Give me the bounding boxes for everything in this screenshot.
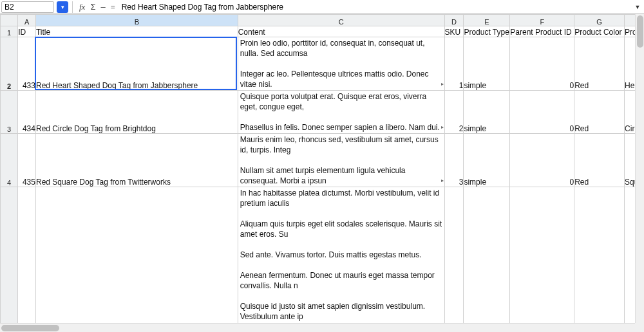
column-header-G[interactable]: G — [574, 15, 625, 26]
cell-reference-value: B2 — [5, 3, 14, 12]
cell-D2[interactable]: 1 — [444, 37, 464, 91]
vertical-scrollbar[interactable] — [635, 14, 644, 323]
function-wizard-button[interactable]: fx — [77, 2, 88, 12]
cell-E3[interactable]: simple — [464, 91, 510, 134]
separator — [72, 1, 73, 13]
overflow-indicator-icon: ▸ — [441, 176, 444, 186]
spreadsheet-grid[interactable]: ABCDEFG1IDTitleContentSKUProduct TypePar… — [0, 14, 644, 323]
cell-C2[interactable]: Proin leo odio, porttitor id, consequat … — [238, 37, 444, 91]
cell-A4[interactable]: 435 — [18, 134, 36, 187]
cell-A2[interactable]: 433 — [18, 37, 36, 91]
scrollbar-corner — [635, 323, 644, 332]
cell-E5[interactable]: simple — [464, 187, 510, 324]
overflow-indicator-icon: ▸ — [441, 79, 444, 89]
cell-A1[interactable]: ID — [18, 26, 36, 37]
cell-D5[interactable]: 4 — [444, 187, 464, 324]
formula-input[interactable]: Red Heart Shaped Dog Tag from Jabbersphe… — [118, 3, 632, 12]
column-header-B[interactable]: B — [35, 15, 238, 26]
select-all-corner[interactable] — [1, 15, 18, 26]
cell-E4[interactable]: simple — [464, 134, 510, 187]
column-header-F[interactable]: F — [510, 15, 574, 26]
cell-A3[interactable]: 434 — [18, 91, 36, 134]
row-header-4[interactable]: 4 — [1, 134, 18, 187]
cell-G2[interactable]: Red — [574, 37, 625, 91]
cell-C4[interactable]: Mauris enim leo, rhoncus sed, vestibulum… — [238, 134, 444, 187]
horizontal-scrollbar[interactable] — [0, 323, 635, 332]
row-header-1[interactable]: 1 — [1, 26, 18, 37]
cell-B2[interactable]: Red Heart Shaped Dog Tag from Jabbersphe… — [35, 37, 238, 91]
column-header-E[interactable]: E — [464, 15, 510, 26]
cell-A5[interactable]: 436 — [18, 187, 36, 324]
cell-E1[interactable]: Product Type — [464, 26, 510, 37]
horizontal-scrollbar-thumb[interactable] — [1, 325, 59, 331]
row-header-5[interactable]: 5 — [1, 187, 18, 324]
sum-button[interactable]: Σ — [88, 2, 98, 12]
cell-B3[interactable]: Red Circle Dog Tag from Brightdog — [35, 91, 238, 134]
cell-F4[interactable]: 0 — [510, 134, 574, 187]
dash-button[interactable]: – — [98, 2, 108, 12]
cell-G5[interactable]: Red — [574, 187, 625, 324]
cell-reference-dropdown[interactable]: ▾ — [57, 1, 68, 13]
row-header-2[interactable]: 2 — [1, 37, 18, 91]
overflow-indicator-icon: ▸ — [441, 122, 444, 133]
cell-F1[interactable]: Parent Product ID — [510, 26, 574, 37]
cell-F2[interactable]: 0 — [510, 37, 574, 91]
cell-G3[interactable]: Red — [574, 91, 625, 134]
vertical-scrollbar-thumb[interactable] — [637, 15, 643, 48]
cell-C3[interactable]: Quisque porta volutpat erat. Quisque era… — [238, 91, 444, 134]
formula-bar: B2 ▾ fx Σ – = Red Heart Shaped Dog Tag f… — [0, 0, 644, 14]
cell-F5[interactable]: 0 — [510, 187, 574, 324]
cell-F3[interactable]: 0 — [510, 91, 574, 134]
cell-B4[interactable]: Red Square Dog Tag from Twitterworks — [35, 134, 238, 187]
column-header-C[interactable]: C — [238, 15, 444, 26]
cell-D1[interactable]: SKU — [444, 26, 464, 37]
equals-label: = — [108, 3, 118, 12]
cell-B5[interactable]: Red Oval Dog Tag from Fivespan — [35, 187, 238, 324]
cell-E2[interactable]: simple — [464, 37, 510, 91]
cell-C1[interactable]: Content — [238, 26, 444, 37]
column-header-A[interactable]: A — [18, 15, 36, 26]
cell-C5[interactable]: In hac habitasse platea dictumst. Morbi … — [238, 187, 444, 324]
cell-D3[interactable]: 2 — [444, 91, 464, 134]
row-header-3[interactable]: 3 — [1, 91, 18, 134]
cell-D4[interactable]: 3 — [444, 134, 464, 187]
cell-B1[interactable]: Title — [35, 26, 238, 37]
cell-reference-input[interactable]: B2 — [1, 1, 54, 13]
cell-G4[interactable]: Red — [574, 134, 625, 187]
column-header-D[interactable]: D — [444, 15, 464, 26]
chevron-down-icon: ▾ — [61, 4, 64, 10]
cell-G1[interactable]: Product Color — [574, 26, 625, 37]
formula-bar-expand-icon[interactable]: ▼ — [632, 4, 643, 10]
